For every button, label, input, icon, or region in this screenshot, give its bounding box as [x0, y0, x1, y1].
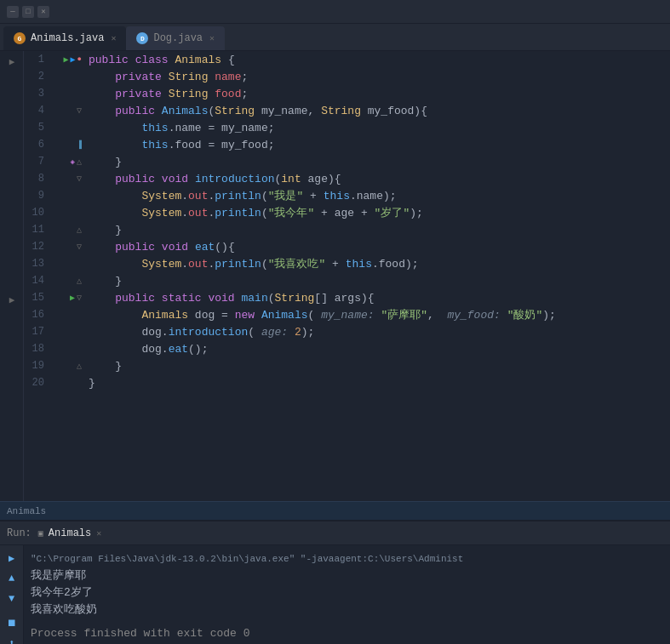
run-tab[interactable]: ▣ Animals ✕: [38, 527, 101, 539]
run-tab-icon: ▣: [38, 528, 43, 539]
maximize-button[interactable]: □: [22, 6, 34, 18]
gutter-icon-15: ▶: [0, 291, 24, 308]
line-content-19[interactable]: }: [85, 360, 670, 373]
run-command-line: "C:\Program Files\Java\jdk-13.0.2\bin\ja…: [31, 550, 584, 567]
gutter-icon-19: [0, 359, 24, 376]
run-tab-label: Animals: [49, 527, 91, 539]
run-down-button[interactable]: ▼: [3, 590, 21, 608]
title-bar: ─ □ ✕: [0, 0, 670, 24]
run-icon-15[interactable]: ▶: [70, 293, 75, 303]
run-exit-line: Process finished with exit code 0: [31, 625, 663, 642]
code-line-3: 3 private String food;: [24, 85, 670, 102]
line-content-6[interactable]: this.food = my_food;: [85, 139, 670, 151]
line-num-10: 10: [24, 207, 51, 219]
run-exit-text: Process finished with exit code 0: [31, 627, 249, 640]
fold-icon-15[interactable]: ▽: [77, 293, 82, 303]
code-line-1: 1 ▶ ▶ ● public class Animals {: [24, 51, 670, 68]
tab-animals[interactable]: G Animals.java ✕: [3, 26, 126, 50]
line-gutter-8: ▽: [51, 174, 85, 184]
debug-icon-1[interactable]: ▶: [71, 54, 76, 65]
code-line-17: 17 dog.introduction( age: 2);: [24, 323, 670, 340]
line-content-9[interactable]: System.out.println("我是" + this.name);: [85, 188, 670, 203]
line-content-20[interactable]: }: [85, 377, 670, 390]
line-num-16: 16: [24, 309, 51, 321]
code-line-8: 8 ▽ public void introduction(int age){: [24, 170, 670, 187]
fold-icon-19[interactable]: △: [77, 361, 82, 371]
fold-icon-7[interactable]: △: [77, 157, 82, 167]
gutter-icon-6: [0, 138, 24, 155]
status-bar: Animals: [0, 501, 670, 520]
line-num-9: 9: [24, 190, 51, 202]
line-num-19: 19: [24, 360, 51, 372]
line-content-10[interactable]: System.out.println("我今年" + age + "岁了");: [85, 205, 670, 220]
line-gutter-14: △: [51, 276, 85, 286]
line-content-8[interactable]: public void introduction(int age){: [85, 173, 670, 185]
tabs-bar: G Animals.java ✕ D Dog.java ✕: [0, 24, 670, 51]
line-content-13[interactable]: System.out.println("我喜欢吃" + this.food);: [85, 256, 670, 271]
left-gutter: ▶ ▶: [0, 51, 24, 501]
line-num-4: 4: [24, 105, 51, 117]
line-content-11[interactable]: }: [85, 224, 670, 237]
tab-animals-label: Animals.java: [31, 32, 104, 44]
editor-area: ▶ ▶ 1 ▶ ▶ ● publ: [0, 51, 670, 501]
run-panel-body: ▶ ▲ ▼ ⏹ ⬆ "C:\Program Files\Java\jdk-13.…: [0, 545, 670, 644]
line-content-5[interactable]: this.name = my_name;: [85, 122, 670, 134]
tab-dog[interactable]: D Dog.java ✕: [126, 26, 225, 50]
line-content-18[interactable]: dog.eat();: [85, 343, 670, 356]
run-up-button[interactable]: ▲: [3, 569, 21, 588]
line-content-14[interactable]: }: [85, 275, 670, 288]
line-content-1[interactable]: public class Animals {: [85, 54, 670, 66]
run-label: Run:: [7, 527, 31, 539]
close-button[interactable]: ✕: [37, 6, 49, 18]
line-content-7[interactable]: }: [85, 156, 670, 168]
code-line-9: 9 System.out.println("我是" + this.name);: [24, 187, 670, 204]
run-stop-button[interactable]: ⏹: [3, 613, 21, 632]
code-line-7: 7 ◈ △ }: [24, 153, 670, 170]
output-text-3: 我喜欢吃酸奶: [31, 603, 97, 616]
gutter-icon-2: [0, 70, 24, 87]
code-line-19: 19 △ }: [24, 357, 670, 374]
code-line-20: 20 }: [24, 374, 670, 391]
code-line-10: 10 System.out.println("我今年" + age + "岁了"…: [24, 204, 670, 221]
gutter-icon-20: [0, 376, 24, 393]
line-content-15[interactable]: public static void main(String[] args){: [85, 292, 670, 305]
gutter-icon-17: [0, 325, 24, 342]
line-content-3[interactable]: private String food;: [85, 88, 670, 100]
run-icon-1[interactable]: ▶: [64, 54, 69, 65]
tab-animals-close[interactable]: ✕: [111, 33, 116, 43]
line-num-7: 7: [24, 156, 51, 168]
line-num-8: 8: [24, 173, 51, 185]
gutter-icon-10: [0, 206, 24, 223]
fold-icon-4[interactable]: ▽: [77, 105, 82, 116]
line-content-16[interactable]: Animals dog = new Animals( my_name: "萨摩耶…: [85, 307, 670, 322]
code-line-5: 5 this.name = my_name;: [24, 119, 670, 136]
gutter-icon-1: ▶: [0, 53, 24, 70]
java-icon: G: [14, 32, 26, 44]
line-num-5: 5: [24, 122, 51, 134]
line-content-4[interactable]: public Animals(String my_name, String my…: [85, 105, 670, 117]
fold-icon-8[interactable]: ▽: [77, 174, 82, 184]
gutter-icon-14: [0, 274, 24, 291]
status-filename: Animals: [7, 506, 46, 516]
code-line-4: 4 ▽ public Animals(String my_name, Strin…: [24, 102, 670, 119]
line-num-3: 3: [24, 88, 51, 100]
line-gutter-6: ▐: [51, 140, 85, 150]
line-content-12[interactable]: public void eat(){: [85, 241, 670, 254]
dog-java-icon: D: [136, 32, 148, 44]
minimize-button[interactable]: ─: [7, 6, 19, 18]
gutter-icon-4: [0, 104, 24, 121]
fold-icon-12[interactable]: ▽: [77, 242, 82, 252]
fold-icon-11[interactable]: △: [77, 225, 82, 235]
run-export-button[interactable]: ⬆: [3, 634, 21, 644]
output-text-2: 我今年2岁了: [31, 586, 93, 599]
code-container[interactable]: 1 ▶ ▶ ● public class Animals { 2 private…: [24, 51, 670, 501]
tab-dog-close[interactable]: ✕: [209, 33, 215, 43]
code-line-13: 13 System.out.println("我喜欢吃" + this.food…: [24, 255, 670, 272]
fold-icon-14[interactable]: △: [77, 276, 82, 286]
line-content-2[interactable]: private String name;: [85, 71, 670, 83]
code-line-11: 11 △ }: [24, 221, 670, 238]
run-play-button[interactable]: ▶: [3, 549, 21, 567]
run-tab-close[interactable]: ✕: [96, 528, 101, 539]
line-content-17[interactable]: dog.introduction( age: 2);: [85, 326, 670, 339]
code-line-2: 2 private String name;: [24, 68, 670, 85]
